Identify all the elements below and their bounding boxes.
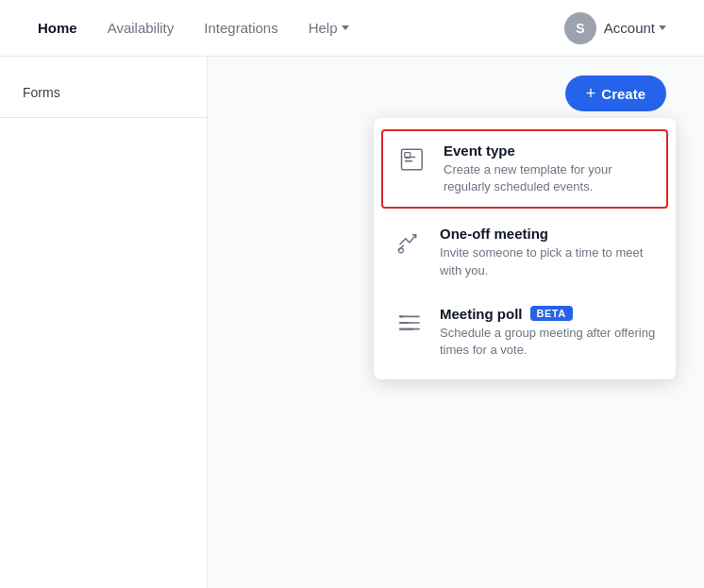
help-dropdown-arrow [342, 25, 349, 30]
event-type-icon [396, 143, 430, 176]
sidebar: Forms [0, 57, 208, 588]
create-button-label: Create [601, 86, 645, 102]
event-type-text: Event type Create a new template for you… [444, 143, 653, 195]
account-menu[interactable]: Account [604, 20, 666, 36]
nav-home[interactable]: Home [38, 16, 77, 40]
one-off-text: One-off meeting Invite someone to pick a… [440, 226, 657, 278]
meeting-poll-text: Meeting poll BETA Schedule a group meeti… [440, 306, 657, 359]
create-button[interactable]: + Create [565, 76, 666, 111]
dropdown-item-one-off[interactable]: One-off meeting Invite someone to pick a… [374, 212, 676, 292]
meeting-poll-title: Meeting poll BETA [440, 306, 657, 322]
dropdown-item-event-type[interactable]: Event type Create a new template for you… [381, 129, 668, 209]
dropdown-item-meeting-poll[interactable]: Meeting poll BETA Schedule a group meeti… [374, 293, 676, 372]
nav-items: Home Availability Integrations Help [38, 16, 349, 40]
nav-help[interactable]: Help [309, 16, 349, 40]
plus-icon: + [586, 85, 596, 102]
nav-availability[interactable]: Availability [108, 16, 175, 40]
sidebar-divider [0, 117, 207, 118]
one-off-icon [393, 226, 427, 260]
one-off-desc: Invite someone to pick a time to meet wi… [440, 244, 657, 278]
content-area: + Create Event type Create a new templat… [208, 57, 704, 588]
nav-right: S Account [564, 12, 666, 44]
account-dropdown-arrow [659, 25, 666, 30]
beta-badge: BETA [530, 306, 573, 321]
one-off-title: One-off meeting [440, 226, 657, 242]
main-area: Forms + Create Event [0, 57, 704, 588]
event-type-title: Event type [444, 143, 653, 159]
create-dropdown-menu: Event type Create a new template for you… [374, 118, 676, 379]
event-type-desc: Create a new template for your regularly… [444, 161, 653, 195]
sidebar-item-forms[interactable]: Forms [0, 76, 207, 109]
nav-integrations[interactable]: Integrations [204, 16, 277, 40]
navbar: Home Availability Integrations Help S Ac… [0, 0, 704, 57]
meeting-poll-icon [393, 306, 427, 340]
svg-rect-2 [405, 160, 412, 162]
meeting-poll-desc: Schedule a group meeting after offering … [440, 325, 657, 359]
avatar[interactable]: S [564, 12, 596, 44]
